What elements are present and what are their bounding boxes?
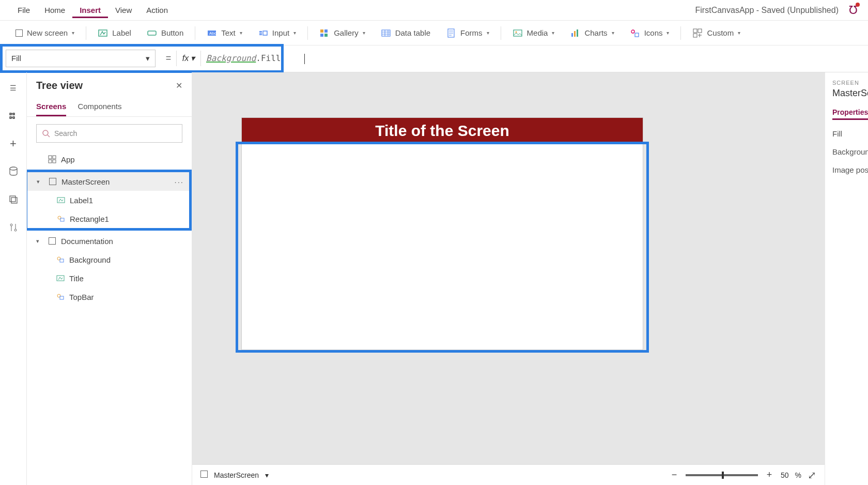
ribbon-media-label: Media xyxy=(527,28,548,37)
property-row-fill[interactable]: Fill xyxy=(832,129,868,138)
svg-rect-9 xyxy=(382,30,390,36)
tree-node-app[interactable]: App xyxy=(27,150,192,169)
app-checker-icon[interactable]: ℧ xyxy=(849,4,858,17)
tab-components[interactable]: Components xyxy=(78,98,121,116)
search-icon xyxy=(42,129,50,138)
svg-text:Abc: Abc xyxy=(209,31,216,36)
svg-rect-19 xyxy=(698,29,702,33)
properties-tab[interactable]: Properties xyxy=(832,108,868,120)
charts-dropdown[interactable]: Charts ▾ xyxy=(564,25,620,41)
svg-rect-20 xyxy=(693,34,697,37)
left-rail: ☰ + xyxy=(0,72,27,485)
chevron-down-icon: ▾ xyxy=(146,54,150,63)
tree-node-rectangle1[interactable]: Rectangle1 xyxy=(27,209,189,228)
property-row-background[interactable]: Background xyxy=(832,147,868,156)
gallery-icon xyxy=(319,28,330,38)
zoom-out-button[interactable]: − xyxy=(669,469,679,480)
canvas-topbar[interactable]: Title of the Screen xyxy=(242,118,643,144)
expand-icon[interactable]: ▾ xyxy=(37,178,44,185)
equals-sign: = xyxy=(161,53,176,64)
shape-icon xyxy=(56,255,65,264)
treeview-icon[interactable] xyxy=(7,110,20,122)
canvas-area[interactable]: Title of the Screen MasterScreen ▾ − + 5… xyxy=(192,72,825,485)
formula-input[interactable]: Background.Fill xyxy=(201,53,281,63)
formula-bar: Fill ▾ = fx▾ Background.Fill xyxy=(0,46,868,72)
menu-home[interactable]: Home xyxy=(37,3,72,18)
zoom-slider[interactable] xyxy=(686,474,758,476)
shape-icon xyxy=(56,292,65,301)
gallery-dropdown[interactable]: Gallery ▾ xyxy=(313,25,371,41)
fit-to-window-icon[interactable]: ⤢ xyxy=(808,469,816,481)
tree-search-input[interactable]: Search xyxy=(36,124,182,143)
svg-point-25 xyxy=(14,229,17,231)
menu-view[interactable]: View xyxy=(108,3,139,18)
tree-label1-label: Label1 xyxy=(70,196,93,205)
tree-view-panel: Tree view ✕ Screens Components Search Ap… xyxy=(27,72,192,485)
tree-title-label: Title xyxy=(69,274,84,283)
label-button[interactable]: Label xyxy=(91,25,137,41)
chevron-down-icon: ▾ xyxy=(487,30,489,36)
tree-highlight: ▾ MasterScreen ··· Label1 Rectangle1 xyxy=(27,170,192,231)
tree-app-label: App xyxy=(61,155,75,164)
input-dropdown[interactable]: Input ▾ xyxy=(252,25,302,41)
app-title: FirstCanvasApp - Saved (Unpublished) xyxy=(695,6,839,15)
tree-node-title[interactable]: Title xyxy=(27,269,192,287)
status-screen-name[interactable]: MasterScreen xyxy=(214,471,259,479)
svg-rect-23 xyxy=(11,198,17,203)
advanced-tools-icon[interactable] xyxy=(7,221,20,234)
svg-point-16 xyxy=(631,30,634,33)
forms-dropdown[interactable]: Forms ▾ xyxy=(440,25,495,41)
menu-action[interactable]: Action xyxy=(139,3,175,18)
media-rail-icon[interactable] xyxy=(7,193,20,206)
tree-node-background[interactable]: Background xyxy=(27,250,192,269)
zoom-in-button[interactable]: + xyxy=(764,469,774,480)
zoom-unit: % xyxy=(795,471,801,479)
close-panel-button[interactable]: ✕ xyxy=(176,81,182,90)
insert-rail-icon[interactable]: + xyxy=(7,138,20,150)
svg-rect-13 xyxy=(571,33,573,37)
svg-rect-35 xyxy=(60,259,64,262)
svg-rect-28 xyxy=(53,156,56,159)
properties-object-name: MasterScre xyxy=(832,88,868,99)
chevron-down-icon[interactable]: ▾ xyxy=(265,471,269,479)
datatable-button[interactable]: Data table xyxy=(375,25,437,41)
more-options-button[interactable]: ··· xyxy=(174,177,184,186)
fx-button[interactable]: fx▾ xyxy=(176,51,201,66)
button-button[interactable]: Button xyxy=(141,25,190,41)
ribbon-forms-label: Forms xyxy=(460,28,483,37)
menu-bar: File Home Insert View Action FirstCanvas… xyxy=(0,0,868,21)
new-screen-button[interactable]: New screen ▾ xyxy=(9,25,81,40)
ribbon-text-label: Text xyxy=(221,28,236,37)
ribbon-datatable-label: Data table xyxy=(395,28,430,37)
app-icon xyxy=(48,155,57,164)
hamburger-icon[interactable]: ☰ xyxy=(7,82,20,94)
property-row-image-position[interactable]: Image posit xyxy=(832,165,868,174)
svg-rect-15 xyxy=(577,29,578,37)
property-name: Fill xyxy=(11,54,21,63)
data-rail-icon[interactable] xyxy=(7,165,20,178)
svg-rect-33 xyxy=(60,218,64,221)
forms-icon xyxy=(446,28,456,38)
tab-screens[interactable]: Screens xyxy=(36,98,66,116)
media-dropdown[interactable]: Media ▾ xyxy=(506,25,561,41)
svg-rect-22 xyxy=(10,196,16,202)
tree-node-topbar[interactable]: TopBar xyxy=(27,287,192,306)
menu-insert[interactable]: Insert xyxy=(72,3,108,18)
expand-icon[interactable]: ▾ xyxy=(36,238,43,245)
ribbon-charts-label: Charts xyxy=(584,28,607,37)
svg-point-24 xyxy=(10,224,12,226)
media-icon xyxy=(513,28,523,38)
tree-view-title: Tree view xyxy=(36,80,83,92)
ribbon: New screen ▾ Label Button Abc Text ▾ Inp… xyxy=(0,21,868,46)
canvas-screen[interactable]: Title of the Screen xyxy=(242,118,643,350)
text-dropdown[interactable]: Abc Text ▾ xyxy=(200,25,249,41)
input-icon xyxy=(258,28,268,38)
tree-node-masterscreen[interactable]: ▾ MasterScreen ··· xyxy=(27,172,189,191)
custom-dropdown[interactable]: Custom ▾ xyxy=(686,25,747,41)
tree-node-documentation[interactable]: ▾ Documentation xyxy=(27,232,192,250)
property-selector[interactable]: Fill ▾ xyxy=(6,50,156,67)
menu-file[interactable]: File xyxy=(10,3,37,18)
zoom-value: 50 xyxy=(781,471,789,479)
tree-node-label1[interactable]: Label1 xyxy=(27,191,189,209)
icons-dropdown[interactable]: Icons ▾ xyxy=(624,25,676,41)
